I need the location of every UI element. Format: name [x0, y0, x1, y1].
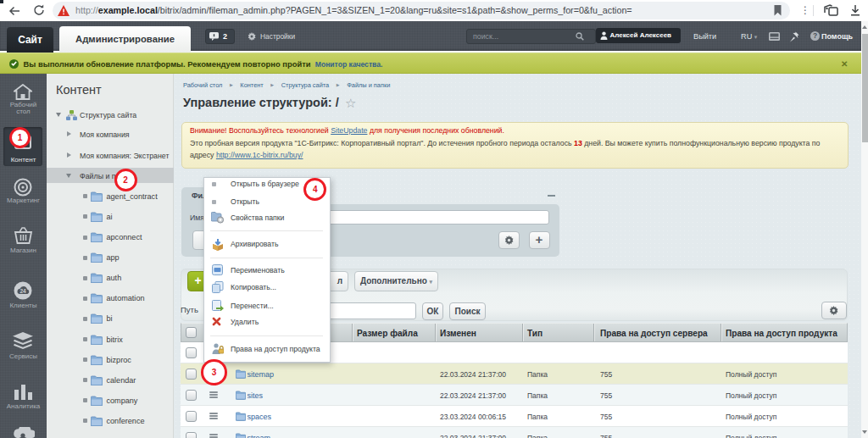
svg-text:24: 24 [19, 288, 26, 294]
